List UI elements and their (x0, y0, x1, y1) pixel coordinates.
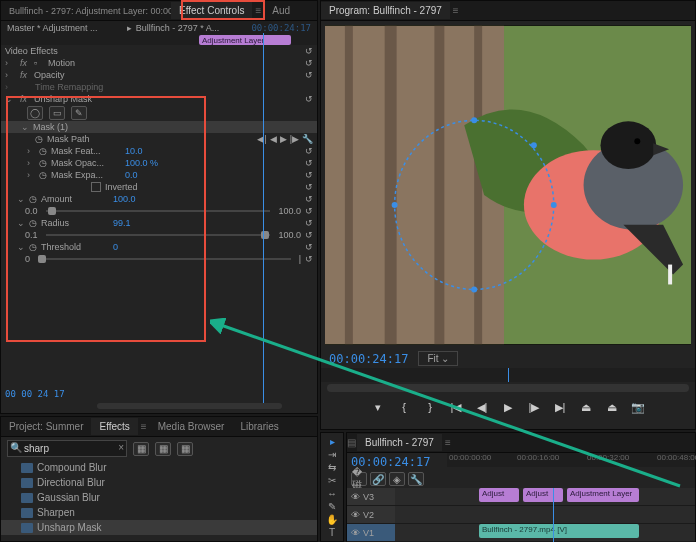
unsharp-mask-effect[interactable]: ⌄fx Unsharp Mask ↺ (1, 93, 317, 105)
reset-icon[interactable]: ↺ (305, 158, 313, 168)
mask-path[interactable]: ◷ Mask Path ◀| ◀ ▶ |▶ 🔧 (1, 133, 317, 145)
radius-value[interactable]: 99.1 (113, 218, 131, 228)
stopwatch-icon[interactable]: ◷ (29, 242, 37, 252)
mark-in-icon[interactable]: { (393, 398, 415, 416)
libraries-tab[interactable]: Libraries (232, 418, 286, 435)
radius-slider[interactable] (46, 234, 271, 236)
play-icon[interactable]: ▶ (497, 398, 519, 416)
project-tab[interactable]: Project: Summer (1, 418, 91, 435)
program-scrollbar[interactable] (327, 384, 689, 392)
stopwatch-icon[interactable]: ◷ (39, 170, 47, 180)
ec-playhead[interactable] (263, 33, 264, 403)
filter-fx-icon[interactable]: ▦ (133, 442, 149, 456)
feather-value[interactable]: 10.0 (125, 146, 143, 156)
ellipse-mask-icon[interactable]: ◯ (27, 106, 43, 120)
type-tool-icon[interactable]: T (329, 527, 335, 538)
stopwatch-icon[interactable]: ◷ (35, 134, 43, 144)
threshold-prop[interactable]: ⌄◷ Threshold 0 ↺ (1, 241, 317, 253)
audio-tab[interactable]: Aud (264, 2, 298, 19)
checkbox-icon[interactable] (91, 182, 101, 192)
markers-icon[interactable]: ◈ (389, 472, 405, 486)
reset-icon[interactable]: ↺ (305, 182, 313, 192)
pen-tool-icon[interactable]: ✎ (328, 501, 336, 512)
filter-yuv-icon[interactable]: ▦ (177, 442, 193, 456)
threshold-value[interactable]: 0 (113, 242, 118, 252)
reset-icon[interactable]: ↺ (305, 206, 313, 216)
add-marker-icon[interactable]: ▾ (367, 398, 389, 416)
reset-icon[interactable]: ↺ (305, 218, 313, 228)
selection-tool-icon[interactable]: ▸ (330, 436, 335, 447)
reset-icon[interactable]: ↺ (305, 230, 313, 240)
hand-tool-icon[interactable]: ✋ (326, 514, 338, 525)
mask-expansion[interactable]: ›◷ Mask Expa... 0.0 ↺ (1, 169, 317, 181)
reset-icon[interactable]: ↺ (305, 170, 313, 180)
reset-icon[interactable]: ↺ (305, 254, 313, 264)
filter-32-icon[interactable]: ▦ (155, 442, 171, 456)
prev-frame-icon[interactable]: ◀ (270, 134, 277, 144)
next-frame-icon[interactable]: |▶ (290, 134, 299, 144)
play-icon[interactable]: ▶ (280, 134, 287, 144)
mark-out-icon[interactable]: } (419, 398, 441, 416)
stopwatch-icon[interactable]: ◷ (39, 158, 47, 168)
program-viewer[interactable] (325, 25, 691, 345)
step-back-icon[interactable]: ◀| (471, 398, 493, 416)
panel-menu-icon[interactable]: ≡ (138, 421, 150, 432)
opacity-effect[interactable]: ›fx Opacity ↺ (1, 69, 317, 81)
program-ruler[interactable] (321, 368, 695, 382)
media-browser-tab[interactable]: Media Browser (150, 418, 233, 435)
goto-out-icon[interactable]: ▶| (549, 398, 571, 416)
seq-list-icon[interactable]: ▤ (347, 437, 357, 448)
clip-adj[interactable]: Adjust (479, 488, 519, 502)
program-tab[interactable]: Program: Bullfinch - 2797 (321, 2, 450, 19)
panel-menu-icon[interactable]: ≡ (450, 5, 462, 16)
mask-opacity[interactable]: ›◷ Mask Opac... 100.0 % ↺ (1, 157, 317, 169)
mask-feather[interactable]: ›◷ Mask Feat... 10.0 ↺ (1, 145, 317, 157)
horiz-scrollbar[interactable] (5, 403, 313, 411)
slip-tool-icon[interactable]: ↔ (327, 488, 337, 499)
radius-prop[interactable]: ⌄◷ Radius 99.1 ↺ (1, 217, 317, 229)
track-v3[interactable]: 👁V3 Adjust Adjust Adjustment Layer (347, 488, 695, 506)
timeline-ruler[interactable]: 00:00:00:00 00:00:16:00 00:00:32:00 00:0… (447, 453, 695, 467)
stopwatch-icon[interactable]: ◷ (29, 194, 37, 204)
step-fwd-icon[interactable]: |▶ (523, 398, 545, 416)
effects-search-input[interactable] (7, 440, 127, 457)
track-v1[interactable]: 👁V1 Bullfinch - 2797.mp4 [V] (347, 524, 695, 542)
clear-search-icon[interactable]: × (118, 442, 124, 453)
clip-adj-layer[interactable]: Adjustment Layer (567, 488, 639, 502)
effect-controls-tab[interactable]: Effect Controls (171, 2, 252, 19)
extract-icon[interactable]: ⏏ (601, 398, 623, 416)
fit-dropdown[interactable]: Fit ⌄ (418, 351, 458, 366)
reset-icon[interactable]: ↺ (305, 146, 313, 156)
effect-item[interactable]: Compound Blur (1, 460, 317, 475)
track-v2[interactable]: 👁V2 (347, 506, 695, 524)
reset-icon[interactable]: ↺ (305, 46, 313, 56)
threshold-slider[interactable] (38, 258, 291, 260)
export-frame-icon[interactable]: 📷 (627, 398, 649, 416)
amount-prop[interactable]: ⌄◷ Amount 100.0 ↺ (1, 193, 317, 205)
snap-icon[interactable]: �磁 (351, 472, 367, 486)
ripple-tool-icon[interactable]: ⇆ (328, 462, 336, 473)
effect-item[interactable]: Sharpen (1, 505, 317, 520)
mask-opacity-value[interactable]: 100.0 % (125, 158, 158, 168)
reset-icon[interactable]: ↺ (305, 70, 313, 80)
ec-timecode[interactable]: 00 00 24 17 (5, 389, 65, 399)
effect-item[interactable]: Unsharp Mask (1, 520, 317, 535)
source-tab[interactable]: Bullfinch - 2797: Adjustment Layer: 00:0… (1, 3, 171, 19)
amount-value[interactable]: 100.0 (113, 194, 136, 204)
toggle-track-icon[interactable]: 👁 (351, 528, 360, 538)
pen-mask-icon[interactable]: ✎ (71, 106, 87, 120)
mask-1[interactable]: ⌄Mask (1) (1, 121, 317, 133)
linked-sel-icon[interactable]: 🔗 (370, 472, 386, 486)
razor-tool-icon[interactable]: ✂ (328, 475, 336, 486)
reset-icon[interactable]: ↺ (305, 94, 313, 104)
clip-adj[interactable]: Adjust (523, 488, 563, 502)
motion-effect[interactable]: ›fx▫ Motion ↺ (1, 57, 317, 69)
timeline-playhead[interactable] (553, 488, 554, 542)
clip-video[interactable]: Bullfinch - 2797.mp4 [V] (479, 524, 639, 538)
stopwatch-icon[interactable]: ◷ (39, 146, 47, 156)
effects-tab[interactable]: Effects (91, 418, 137, 435)
lift-icon[interactable]: ⏏ (575, 398, 597, 416)
reset-icon[interactable]: ↺ (305, 242, 313, 252)
panel-menu-icon[interactable]: ≡ (252, 5, 264, 16)
inverted-check[interactable]: Inverted ↺ (1, 181, 317, 193)
